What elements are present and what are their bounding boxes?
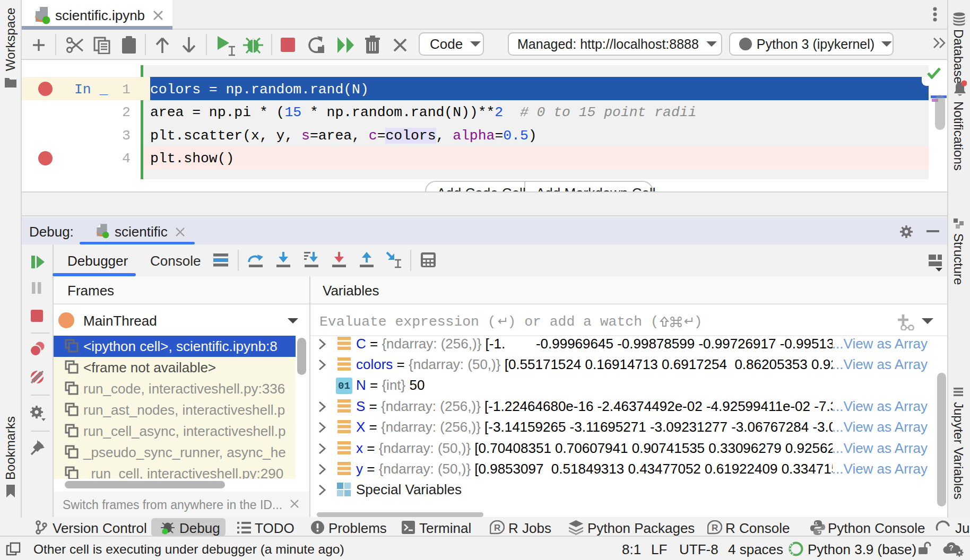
svg-text:R: R	[494, 523, 500, 533]
svg-text:?: ?	[949, 543, 954, 552]
svg-text:R: R	[712, 523, 718, 533]
